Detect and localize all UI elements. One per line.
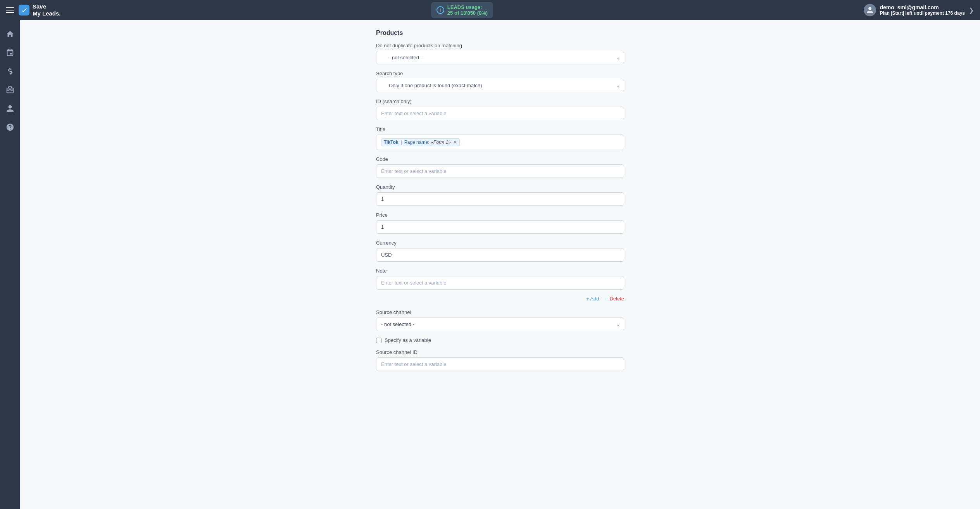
field-price: Price [376,212,624,234]
header-left: Save My Leads. [6,3,61,17]
price-input[interactable] [376,220,624,234]
field-code: Code [376,156,624,178]
header: Save My Leads. i LEADS usage: 25 of 13'8… [0,0,980,20]
field-id: ID (search only) [376,98,624,120]
field-id-label: ID (search only) [376,98,624,104]
main-content: Products Do not duplicate products on ma… [20,20,980,509]
id-input[interactable] [376,107,624,120]
specify-variable-label: Specify as a variable [385,337,431,343]
leads-usage-text: LEADS usage: 25 of 13'850 (0%) [447,4,488,16]
source-channel-select-wrapper: - not selected - ⌄ [376,317,624,331]
delete-button[interactable]: – Delete [606,296,624,302]
specify-variable-row: Specify as a variable [376,337,624,343]
field-code-label: Code [376,156,624,162]
sidebar-item-home[interactable] [2,26,18,42]
field-no-duplicate: Do not duplicate products on matching 📄 … [376,43,624,64]
field-title-label: Title [376,126,624,132]
tag-key: Page name: [404,140,430,145]
sidebar [0,20,20,509]
quantity-input[interactable] [376,192,624,206]
sidebar-item-connections[interactable] [2,45,18,60]
tag-close-button[interactable]: ✕ [453,140,457,145]
title-tag-input[interactable]: TikTok | Page name: «Form 1» ✕ [376,135,624,150]
code-input[interactable] [376,164,624,178]
menu-button[interactable] [6,7,14,13]
specify-variable-checkbox[interactable] [376,338,381,343]
info-icon: i [437,6,444,14]
no-duplicate-select[interactable]: - not selected - [376,51,624,64]
logo-icon [19,5,29,16]
search-type-select-wrapper: 📄 Only if one product is found (exact ma… [376,79,624,92]
no-duplicate-select-wrapper: 📄 - not selected - ⌄ [376,51,624,64]
field-title: Title TikTok | Page name: «Form 1» ✕ [376,126,624,150]
field-quantity-label: Quantity [376,184,624,190]
sidebar-item-user[interactable] [2,101,18,116]
avatar [864,4,876,16]
field-no-duplicate-label: Do not duplicate products on matching [376,43,624,48]
field-currency-label: Currency [376,240,624,246]
field-note: Note [376,268,624,290]
user-info: demo_sml@gmail.com Plan |Start| left unt… [880,4,965,16]
field-source-channel-id: Source channel ID [376,349,624,371]
field-quantity: Quantity [376,184,624,206]
content-area: Products Do not duplicate products on ma… [368,20,632,386]
leads-usage-section: i LEADS usage: 25 of 13'850 (0%) [431,2,493,18]
tag-separator: | [401,140,402,145]
field-currency: Currency [376,240,624,262]
section-title-products: Products [376,29,624,36]
currency-input[interactable] [376,248,624,262]
field-source-channel-label: Source channel [376,309,624,315]
logo: Save My Leads. [19,3,61,17]
field-search-type: Search type 📄 Only if one product is fou… [376,71,624,92]
add-button[interactable]: + Add [586,296,599,302]
field-search-type-label: Search type [376,71,624,76]
source-channel-id-input[interactable] [376,357,624,371]
expand-icon[interactable]: ❯ [969,7,974,14]
header-right[interactable]: demo_sml@gmail.com Plan |Start| left unt… [864,4,974,16]
sidebar-item-billing[interactable] [2,64,18,79]
layout: Products Do not duplicate products on ma… [0,20,980,509]
note-input[interactable] [376,276,624,290]
title-tag: TikTok | Page name: «Form 1» ✕ [381,138,460,146]
sidebar-item-briefcase[interactable] [2,82,18,98]
tag-value: «Form 1» [431,140,450,145]
tag-source: TikTok [384,140,399,145]
source-channel-select[interactable]: - not selected - [376,317,624,331]
field-source-channel: Source channel - not selected - ⌄ [376,309,624,331]
field-source-channel-id-label: Source channel ID [376,349,624,355]
field-price-label: Price [376,212,624,218]
action-row: + Add – Delete [376,296,624,302]
sidebar-item-help[interactable] [2,119,18,135]
field-note-label: Note [376,268,624,274]
logo-text: Save My Leads. [33,3,61,17]
search-type-select[interactable]: Only if one product is found (exact matc… [376,79,624,92]
